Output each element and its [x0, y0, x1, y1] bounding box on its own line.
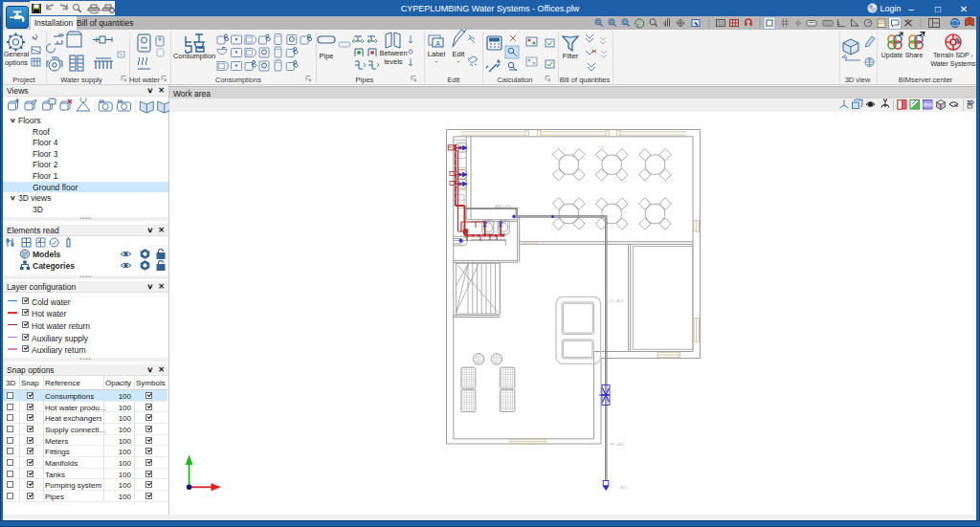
svg-text:Terrain SDP -: Terrain SDP - — [933, 52, 974, 58]
svg-text:Water Systems: Water Systems — [930, 60, 976, 68]
svg-text:ˇ: ˇ — [435, 59, 438, 68]
svg-text:P1 - 40.2: P1 - 40.2 — [611, 443, 625, 447]
svg-text:Calculation: Calculation — [497, 76, 532, 84]
svg-text:3D: 3D — [967, 99, 974, 105]
svg-text:Q: Q — [623, 19, 628, 25]
svg-text:levels: levels — [384, 57, 402, 66]
svg-text:Share: Share — [905, 52, 924, 58]
svg-text:Project: Project — [12, 76, 35, 84]
svg-text:40.1: 40.1 — [620, 486, 627, 490]
svg-text:Update: Update — [881, 52, 903, 59]
svg-text:Label: Label — [428, 50, 446, 58]
svg-text:A: A — [435, 40, 440, 47]
svg-text:options: options — [5, 58, 28, 67]
svg-text:Pipes: Pipes — [356, 76, 374, 84]
svg-text:Pipe: Pipe — [319, 52, 333, 60]
svg-text:ˇ: ˇ — [457, 59, 460, 68]
svg-text:Bill of quantities: Bill of quantities — [560, 76, 611, 84]
svg-text:R: R — [596, 19, 600, 25]
svg-text:3D view: 3D view — [845, 76, 871, 84]
svg-text:Edit: Edit — [448, 76, 461, 84]
svg-text:BIMserver.center: BIMserver.center — [899, 76, 953, 84]
svg-text:R: R — [610, 19, 613, 25]
svg-text:Edit: Edit — [453, 50, 466, 58]
svg-text:Consumptions: Consumptions — [215, 76, 261, 84]
svg-text:Consumption: Consumption — [173, 52, 215, 60]
svg-text:Ø26-1.4 l/s: Ø26-1.4 l/s — [495, 205, 512, 209]
svg-text:1.1 - 90.5: 1.1 - 90.5 — [609, 299, 623, 303]
svg-text:Water supply: Water supply — [60, 76, 102, 84]
svg-text:Hot water: Hot water — [129, 76, 161, 84]
svg-text:Filter: Filter — [563, 52, 579, 60]
svg-text:Between: Between — [379, 49, 407, 57]
